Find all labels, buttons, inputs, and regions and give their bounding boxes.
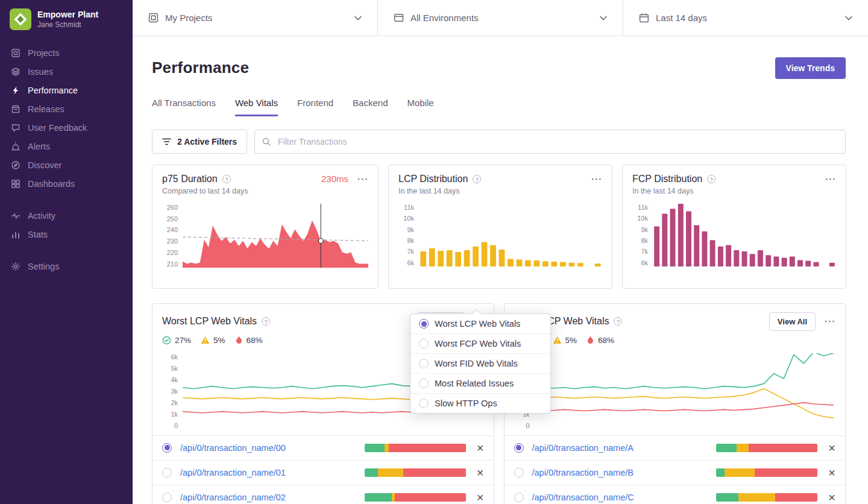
lcp-distribution-card: LCP Distribution In the last 14 days 11k… [388,165,612,289]
sidebar-item-user-feedback[interactable]: User Feedback [0,118,133,137]
tab-web-vitals[interactable]: Web Vitals [235,98,278,116]
menu-item-label: Worst LCP Web Vitals [435,319,520,329]
dashboards-icon [11,179,20,189]
menu-item-slow-http-ops[interactable]: Slow HTTP Ops [410,393,550,413]
menu-item-worst-lcp[interactable]: Worst LCP Web Vitals [410,314,550,333]
filter-icon [162,138,171,145]
help-icon[interactable] [707,175,715,183]
fcp-bar-chart [653,204,836,266]
fcp-distribution-card: FCP Distribution In the last 14 days 11k… [622,165,846,289]
org-switcher[interactable]: Empower Plant Jane Schmidt [0,0,133,40]
project-picker[interactable]: My Projects [133,0,377,36]
sidebar-item-performance[interactable]: Performance [0,81,133,99]
performance-icon [11,86,20,95]
table-row: /api/0/transaction_name/00 [153,435,494,460]
transaction-radio[interactable] [514,493,524,502]
sidebar-item-label: Activity [28,211,55,221]
sidebar-nav: Projects Issues Performance Releases Use… [0,40,133,276]
menu-item-most-related-issues[interactable]: Most Related Issues [410,373,550,393]
stats-icon [11,230,20,239]
transaction-link[interactable]: /api/0/transaction_name/02 [180,493,286,502]
transaction-list: /api/0/transaction_name/00 /api/0/transa… [153,435,494,504]
menu-item-label: Slow HTTP Ops [435,398,497,408]
sidebar-item-discover[interactable]: Discover [0,156,133,174]
poor-percent: 68% [598,336,614,345]
card-menu-icon[interactable] [591,176,602,182]
sidebar-item-dashboards[interactable]: Dashboards [0,174,133,193]
menu-item-label: Most Related Issues [435,379,514,388]
menu-radio[interactable] [419,398,429,408]
menu-item-worst-fid[interactable]: Worst FID Web Vitals [410,353,550,373]
transaction-link[interactable]: /api/0/transaction_name/C [532,493,634,502]
help-icon[interactable] [473,175,481,183]
worst-fcp-card: Worst FCP Web Vitals View All 27% 5% [504,303,846,504]
close-icon[interactable] [477,468,484,477]
issues-icon [11,67,20,77]
menu-radio[interactable] [419,339,429,348]
poor-percent: 68% [247,336,263,345]
sidebar-item-label: Alerts [28,142,50,151]
vitals-stacked-bar [365,493,466,502]
p75-area-chart [183,204,368,268]
help-icon[interactable] [262,317,270,326]
environment-picker-icon [394,13,404,23]
transaction-radio[interactable] [162,468,172,477]
sidebar-item-issues[interactable]: Issues [0,62,133,81]
sidebar-item-releases[interactable]: Releases [0,99,133,118]
transaction-link[interactable]: /api/0/transaction_name/01 [180,468,286,477]
view-trends-button[interactable]: View Trends [775,57,846,79]
project-picker-icon [148,13,159,23]
transaction-link[interactable]: /api/0/transaction_name/A [532,443,634,453]
sidebar-item-label: Discover [28,160,61,170]
transaction-radio[interactable] [162,493,172,502]
card-menu-icon[interactable] [824,318,835,324]
card-menu-icon[interactable] [357,176,368,182]
sidebar-item-activity[interactable]: Activity [0,206,133,225]
sidebar-item-stats[interactable]: Stats [0,225,133,244]
close-icon[interactable] [828,468,835,477]
y-axis: 6k5k4k3k2k1k0 [162,353,178,429]
worst-fcp-line-chart [535,353,834,429]
p75-duration-card: p75 Duration 230ms Compared to last 14 d… [152,165,379,289]
date-range-picker[interactable]: Last 14 days [623,0,868,36]
releases-icon [11,104,20,114]
card-title: FCP Distribution [632,174,702,184]
card-subtitle: In the last 14 days [398,187,602,195]
close-icon[interactable] [477,444,484,452]
tab-mobile[interactable]: Mobile [407,98,433,116]
transaction-radio[interactable] [514,443,524,453]
tab-all-transactions[interactable]: All Transactions [152,98,216,116]
transaction-link[interactable]: /api/0/transaction_name/00 [180,443,286,453]
meh-percent: 5% [565,336,577,345]
sidebar-item-projects[interactable]: Projects [0,43,133,62]
sidebar-item-alerts[interactable]: Alerts [0,137,133,156]
menu-radio[interactable] [419,319,429,329]
projects-icon [11,48,20,58]
tab-frontend[interactable]: Frontend [297,98,333,116]
activity-icon [11,211,20,221]
view-all-button[interactable]: View All [769,312,816,331]
menu-radio[interactable] [419,379,429,388]
transaction-radio[interactable] [162,443,172,453]
environment-picker[interactable]: All Environments [377,0,623,36]
menu-item-worst-fcp[interactable]: Worst FCP Web Vitals [410,333,550,353]
discover-icon [11,160,20,170]
lcp-bar-chart [419,204,602,266]
help-icon[interactable] [222,175,231,183]
tab-backend[interactable]: Backend [353,98,388,116]
active-filters-label: 2 Active Filters [177,137,237,146]
card-menu-icon[interactable] [825,176,836,182]
vitals-stacked-bar [716,493,817,502]
transaction-link[interactable]: /api/0/transaction_name/B [532,468,634,477]
sidebar-item-settings[interactable]: Settings [0,257,133,276]
menu-radio[interactable] [419,359,429,368]
sidebar-item-label: User Feedback [28,123,87,133]
help-icon[interactable] [614,317,622,326]
search-input[interactable] [254,130,846,154]
close-icon[interactable] [828,493,835,502]
close-icon[interactable] [828,444,835,452]
active-filters-button[interactable]: 2 Active Filters [152,130,247,154]
transaction-radio[interactable] [514,468,524,477]
close-icon[interactable] [477,493,484,502]
topbar: My Projects All Environments Last 14 day… [133,0,868,36]
